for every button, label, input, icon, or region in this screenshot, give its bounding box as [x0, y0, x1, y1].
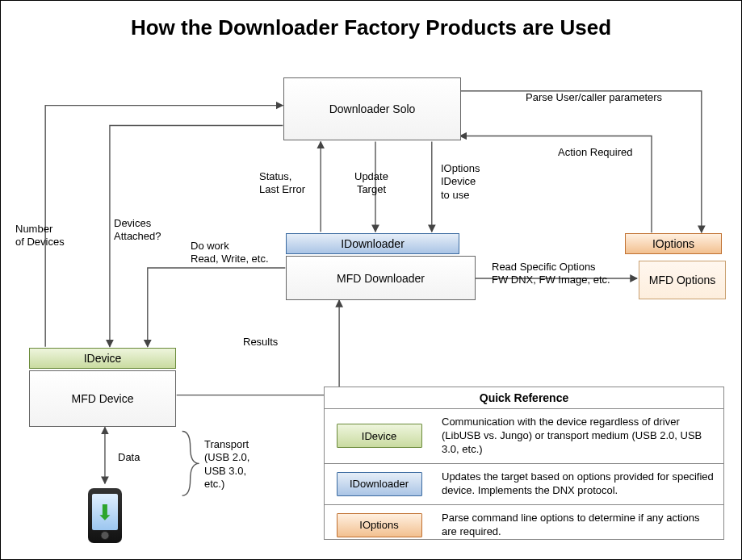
transport-brace	[182, 431, 199, 495]
qr-chip-idownloader: IDownloader	[337, 472, 422, 496]
qr-desc-ioptions: Parse command line options to determine …	[434, 505, 723, 545]
qr-chip-ioptions: IOptions	[337, 513, 422, 537]
quick-reference-row: IDevice Communication with the device re…	[325, 408, 723, 463]
label-number-of-devices: Number of Devices	[15, 223, 65, 249]
label-parse-user-caller: Parse User/caller parameters	[526, 91, 662, 104]
label-action-required: Action Required	[558, 146, 633, 159]
node-ioptions: IOptions	[625, 233, 722, 254]
label-results: Results	[243, 336, 278, 349]
node-idevice: IDevice	[29, 348, 176, 369]
label-read-specific-options: Read Specific Options FW DNX, FW Image, …	[492, 261, 610, 287]
node-downloader-solo: Downloader Solo	[283, 77, 461, 140]
qr-desc-idownloader: Updates the target based on options prov…	[434, 464, 723, 504]
edge-number-of-devices	[45, 106, 283, 347]
quick-reference-row: IDownloader Updates the target based on …	[325, 463, 723, 504]
diagram-page: How the Downloader Factory Products are …	[0, 0, 742, 560]
label-update-target: Update Target	[354, 170, 388, 197]
node-idownloader: IDownloader	[286, 233, 459, 254]
label-do-work: Do work Read, Write, etc.	[191, 240, 269, 266]
label-devices-attached: Devices Attached?	[114, 217, 161, 244]
node-mfd-options: MFD Options	[639, 261, 726, 299]
qr-desc-idevice: Communication with the device regardless…	[434, 409, 723, 463]
download-arrow-icon: ⬇	[96, 502, 114, 523]
label-transport: Transport (USB 2.0, USB 3.0, etc.)	[204, 438, 249, 491]
label-ioptions-idevice: IOptions IDevice to use	[441, 162, 480, 202]
node-mfd-device: MFD Device	[29, 370, 176, 427]
quick-reference-panel: Quick Reference IDevice Communication wi…	[324, 387, 724, 540]
quick-reference-row: IOptions Parse command line options to d…	[325, 504, 723, 545]
quick-reference-title: Quick Reference	[325, 387, 723, 408]
node-mfd-downloader: MFD Downloader	[286, 256, 476, 300]
label-data: Data	[118, 451, 140, 464]
label-status-last-error: Status, Last Error	[259, 170, 305, 197]
phone-icon: ⬇	[88, 488, 122, 543]
edge-parse-user-caller	[460, 91, 702, 232]
qr-chip-idevice: IDevice	[337, 424, 422, 448]
